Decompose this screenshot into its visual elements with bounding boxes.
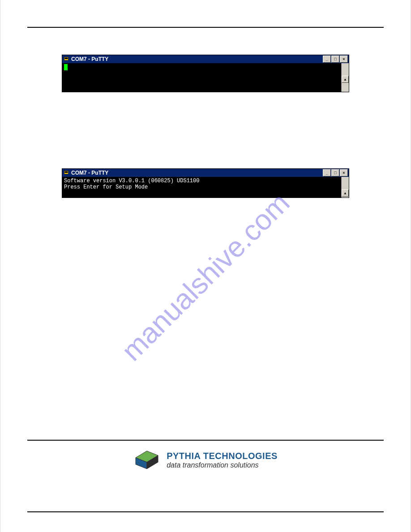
footer-divider-top xyxy=(27,440,384,441)
terminal-2[interactable]: Software version V3.0.0.1 (060825) UDS11… xyxy=(62,177,349,197)
titlebar-2: COM7 - PuTTY _ □ × xyxy=(62,169,349,177)
footer-logo-block: PYTHIA TECHNOLOGIES data transformation … xyxy=(27,449,384,471)
svg-rect-3 xyxy=(65,172,68,173)
svg-rect-1 xyxy=(65,58,68,59)
scrollbar-2[interactable]: ▲ xyxy=(341,177,349,197)
window-controls-1: _ □ × xyxy=(323,56,348,63)
terminal-1[interactable]: ▲ xyxy=(62,63,349,92)
putty-window-2: COM7 - PuTTY _ □ × Software version V3.0… xyxy=(62,168,349,198)
minimize-button[interactable]: _ xyxy=(323,56,331,63)
footer-company: PYTHIA TECHNOLOGIES xyxy=(167,451,278,461)
scroll-up-icon[interactable]: ▲ xyxy=(342,76,349,83)
watermark-text: manualshive.com xyxy=(115,186,296,367)
footer-divider-bottom xyxy=(27,511,384,512)
top-divider xyxy=(27,27,384,28)
footer-tagline: data transformation solutions xyxy=(167,461,278,469)
maximize-button[interactable]: □ xyxy=(331,56,339,63)
scroll-up-icon[interactable]: ▲ xyxy=(342,189,349,197)
minimize-button[interactable]: _ xyxy=(323,169,331,176)
window-controls-2: _ □ × xyxy=(323,169,348,176)
putty-icon xyxy=(63,170,69,176)
close-button[interactable]: × xyxy=(340,169,348,176)
document-page: COM7 - PuTTY _ □ × ▲ COM7 - PuTTY xyxy=(0,0,411,532)
scrollbar-1[interactable]: ▲ xyxy=(341,63,349,92)
terminal-2-text: Software version V3.0.0.1 (060825) UDS11… xyxy=(64,178,199,190)
window-title-1: COM7 - PuTTY xyxy=(71,56,323,62)
putty-icon xyxy=(63,56,69,62)
pythia-logo-icon xyxy=(133,449,160,471)
titlebar-1: COM7 - PuTTY _ □ × xyxy=(62,55,349,63)
cursor-icon xyxy=(64,64,68,70)
footer-text: PYTHIA TECHNOLOGIES data transformation … xyxy=(167,451,278,469)
putty-window-1: COM7 - PuTTY _ □ × ▲ xyxy=(62,55,349,92)
close-button[interactable]: × xyxy=(340,56,348,63)
maximize-button[interactable]: □ xyxy=(331,169,339,176)
window-title-2: COM7 - PuTTY xyxy=(71,170,323,176)
